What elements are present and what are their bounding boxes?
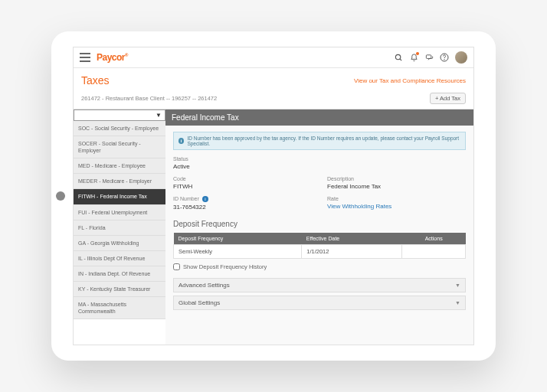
info-badge-icon[interactable]: i [202,196,208,202]
add-tax-button[interactable]: + Add Tax [430,93,466,104]
sidebar-item-in[interactable]: IN - Indiana Dept. Of Revenue [74,266,165,282]
view-withholding-rates-link[interactable]: View Withholding Rates [327,203,466,210]
cell-actions [402,245,466,259]
svg-point-0 [395,54,400,59]
cell-date: 1/1/2012 [302,245,402,259]
deposit-section-title: Deposit Frequency [173,220,466,228]
description-label: Description [327,176,466,181]
avatar[interactable] [455,51,467,64]
svg-line-1 [399,58,401,60]
sidebar-item-il[interactable]: IL - Illinois Dept Of Revenue [74,251,165,266]
deposit-table: Deposit Frequency Effective Date Actions… [173,233,466,259]
advanced-settings-accordion[interactable]: Advanced Settings ▼ [173,278,466,292]
search-icon[interactable] [394,53,403,62]
col-frequency: Deposit Frequency [174,233,302,245]
id-number-value: 31-7654322 [173,204,312,211]
rate-label: Rate [327,196,466,201]
svg-rect-2 [426,54,431,58]
cell-frequency: Semi-Weekly [174,245,302,259]
sidebar-item-ky[interactable]: KY - Kentucky State Treasurer [74,282,165,297]
menu-icon[interactable] [80,53,90,62]
sidebar-item-soc[interactable]: SOC - Social Security - Employee [74,121,165,136]
history-checkbox-label: Show Deposit Frequency History [183,263,267,270]
sidebar-item-ga[interactable]: GA - Georgia Withholding [74,236,165,251]
banner-text: ID Number has been approved by the tax a… [187,136,460,146]
sidebar-item-socer[interactable]: SOCER - Social Security - Employer [74,136,165,158]
sidebar: ▼ SOC - Social Security - Employee SOCER… [74,109,165,345]
show-history-checkbox[interactable]: Show Deposit Frequency History [173,263,466,270]
info-icon: i [179,138,184,144]
code-value: FITWH [173,183,312,190]
tablet-home-button[interactable] [56,191,65,201]
chevron-down-icon: ▼ [455,283,460,288]
description-value: Federal Income Tax [327,183,466,190]
logo: Paycor® [97,52,128,63]
breadcrumb: 261472 - Restaurant Base Client -- 19625… [81,95,217,102]
dropdown-arrow-icon: ▼ [156,112,162,119]
svg-point-4 [444,60,445,60]
table-row: Semi-Weekly 1/1/2012 [174,245,466,259]
col-effective-date: Effective Date [302,233,402,245]
id-number-label: ID Number i [173,196,312,202]
chat-icon[interactable] [424,53,434,62]
sidebar-item-med[interactable]: MED - Medicare - Employee [74,158,165,174]
col-actions: Actions [402,233,466,245]
sidebar-item-fui[interactable]: FUI - Federal Unemployment [74,205,165,220]
history-checkbox-input[interactable] [173,263,180,270]
sidebar-search[interactable]: ▼ [74,109,165,121]
page-title: Taxes [81,74,110,87]
sidebar-item-meder[interactable]: MEDER - Medicare - Employer [74,174,165,189]
global-settings-accordion[interactable]: Global Settings ▼ [173,296,466,310]
help-icon[interactable] [440,53,449,62]
compliance-resources-link[interactable]: View our Tax and Compliance Resources [354,77,466,84]
chevron-down-icon: ▼ [455,300,460,305]
status-value: Active [173,163,312,170]
sidebar-search-input[interactable] [77,113,156,118]
main-header: Federal Income Tax [165,109,473,126]
bell-icon[interactable] [409,53,418,62]
sidebar-item-fl[interactable]: FL - Florida [74,220,165,236]
sidebar-item-fitwh[interactable]: FITWH - Federal Income Tax [74,189,165,204]
sidebar-item-ma[interactable]: MA - Massachusetts Commonwealth [74,297,165,319]
code-label: Code [173,176,312,181]
top-bar: Paycor® [74,47,473,68]
info-banner: i ID Number has been approved by the tax… [173,132,466,150]
status-label: Status [173,156,312,162]
